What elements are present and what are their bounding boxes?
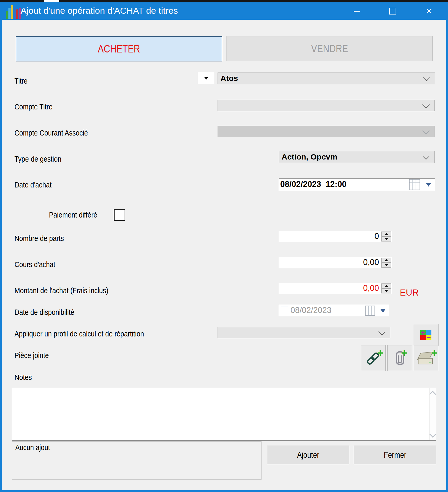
type-gestion-value: Action, Opcvm	[282, 152, 337, 161]
profile-grid-icon	[420, 330, 431, 340]
paperclip-add-icon	[395, 351, 404, 365]
ajouter-button[interactable]: Ajouter	[267, 446, 349, 464]
caret-down-icon	[204, 77, 208, 80]
compte-titre-combobox[interactable]	[218, 100, 435, 111]
link-add-icon	[367, 351, 380, 365]
vendre-label: VENDRE	[311, 43, 348, 55]
screen-edge	[0, 0, 448, 2]
status-box: Aucun ajout	[12, 441, 262, 480]
titre-combobox[interactable]: Atos	[218, 73, 435, 84]
spin-down-button[interactable]	[381, 263, 391, 268]
scroll-down-icon[interactable]	[429, 431, 436, 437]
titlebar: Ajout d'une opération d'ACHAT de titres …	[0, 2, 448, 20]
chevron-down-icon	[378, 328, 385, 335]
piece-jointe-label: Pièce jointe	[14, 351, 55, 360]
status-text: Aucun ajout	[15, 443, 50, 452]
spin-up-button[interactable]	[381, 258, 391, 263]
calendar-icon[interactable]	[409, 179, 420, 190]
acheter-tab-button[interactable]: ACHETER	[16, 36, 222, 61]
titre-value: Atos	[220, 74, 238, 83]
date-achat-label: Date d'achat	[14, 180, 59, 189]
nombre-parts-value: 0	[375, 231, 379, 241]
close-button[interactable]: ✕	[419, 2, 439, 20]
scroll-up-icon[interactable]	[429, 391, 436, 397]
notes-scrollbar[interactable]	[429, 388, 436, 440]
window-border-bottom	[0, 490, 448, 492]
chevron-down-icon	[422, 127, 430, 134]
nombre-parts-label: Nombre de parts	[14, 234, 73, 243]
vendre-tab-button[interactable]: VENDRE	[227, 36, 433, 61]
spin-up-button[interactable]	[381, 283, 391, 288]
montant-achat-spinner	[381, 283, 391, 293]
maximize-button[interactable]	[383, 2, 402, 20]
minimize-button[interactable]	[347, 2, 367, 20]
notes-label: Notes	[14, 373, 35, 382]
notes-textarea[interactable]	[12, 388, 436, 441]
montant-achat-label: Montant de l'achat (Frais inclus)	[14, 286, 126, 295]
screen-edge-notch	[44, 0, 59, 2]
window-border-right	[446, 20, 448, 492]
montant-achat-field[interactable]: 0,00	[279, 283, 392, 294]
attach-link-button[interactable]	[361, 345, 386, 371]
compte-courant-combobox[interactable]	[218, 126, 435, 137]
cours-achat-field[interactable]: 0,00	[279, 257, 392, 268]
profil-combobox[interactable]	[218, 327, 390, 338]
spin-down-button[interactable]	[381, 288, 391, 293]
bar-chart-icon	[6, 5, 21, 19]
window-title: Ajout d'une opération d'ACHAT de titres	[21, 6, 178, 16]
compte-titre-label: Compte Titre	[14, 102, 60, 111]
attach-file-button[interactable]	[387, 345, 412, 371]
acheter-label: ACHETER	[98, 43, 140, 55]
nombre-parts-field[interactable]: 0	[279, 231, 392, 242]
cours-achat-label: Cours d'achat	[14, 260, 63, 269]
paiement-differe-checkbox[interactable]	[114, 209, 125, 221]
cours-achat-value: 0,00	[363, 258, 379, 267]
date-achat-value: 08/02/2023 12:00	[280, 180, 347, 189]
compte-courant-label: Compte Courant Associé	[14, 128, 102, 137]
profil-manage-button[interactable]	[413, 324, 439, 346]
nombre-parts-spinner	[381, 231, 391, 242]
titre-label: Titre	[14, 76, 30, 85]
type-gestion-combobox[interactable]: Action, Opcvm	[279, 151, 435, 163]
date-achat-field[interactable]: 08/02/2023 12:00	[279, 178, 435, 191]
fermer-button[interactable]: Fermer	[354, 446, 436, 464]
date-disponibilite-label: Date de disponibilité	[14, 308, 86, 317]
dialog-window: Ajout d'une opération d'ACHAT de titres …	[0, 0, 448, 492]
profil-label: Appliquer un profil de calcul et de répa…	[14, 329, 169, 338]
window-border-left	[0, 20, 2, 492]
minimize-icon	[354, 11, 360, 12]
spin-down-button[interactable]	[381, 237, 391, 242]
date-disponibilite-value: 08/02/2023	[291, 306, 331, 315]
calendar-dropdown-icon[interactable]	[426, 183, 431, 187]
paiement-differe-label: Paiement différé	[49, 210, 106, 219]
type-gestion-label: Type de gestion	[14, 155, 70, 163]
maximize-icon	[389, 8, 396, 15]
spin-up-button[interactable]	[381, 231, 391, 237]
cours-achat-spinner	[381, 258, 391, 268]
calendar-dropdown-icon[interactable]	[380, 309, 386, 312]
date-disponibilite-checkbox[interactable]	[280, 306, 289, 315]
titre-dropdown-mini-button[interactable]	[198, 72, 214, 84]
attach-scan-button[interactable]	[414, 345, 438, 371]
chevron-down-icon	[423, 74, 430, 81]
scanner-add-icon	[418, 351, 434, 365]
calendar-icon[interactable]	[365, 306, 375, 316]
date-disponibilite-field[interactable]: 08/02/2023	[279, 305, 389, 316]
chevron-down-icon	[422, 153, 430, 160]
currency-label: EUR	[400, 287, 419, 298]
montant-achat-value: 0,00	[363, 283, 379, 293]
chevron-down-icon	[422, 101, 430, 108]
